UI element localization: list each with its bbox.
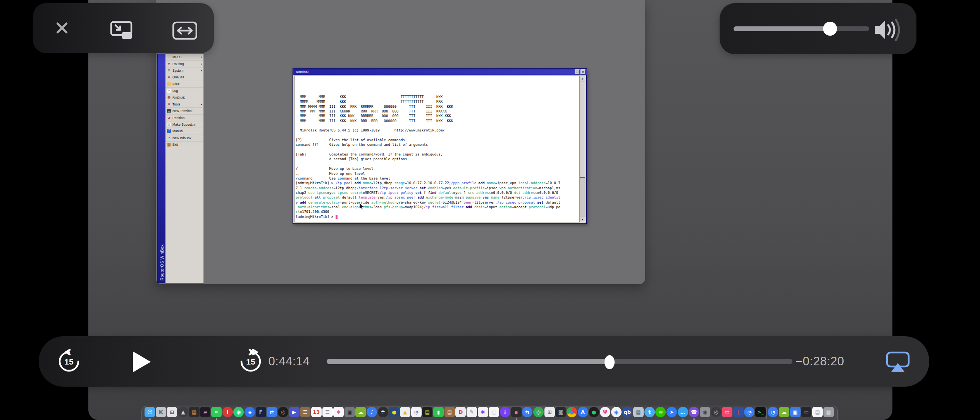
dock-icon-app-store[interactable]: A bbox=[578, 407, 588, 417]
close-video-button[interactable] bbox=[53, 19, 71, 36]
dock-icon-keychain[interactable]: K bbox=[156, 407, 166, 417]
dock-icon-cloud-green-2[interactable]: ☁ bbox=[779, 407, 789, 417]
dock-icon-terminal-app[interactable]: >_ bbox=[755, 407, 766, 417]
dock-icon-archive[interactable]: ▤ bbox=[444, 407, 455, 417]
dock-icon-safari[interactable]: ◉ bbox=[611, 407, 622, 417]
terminal-titlebar[interactable]: Terminal ❐ ✕ bbox=[293, 69, 587, 75]
dock-icon-printer[interactable]: ▣ bbox=[344, 407, 355, 417]
dock-icon-doc-thumb[interactable]: ▤ bbox=[812, 407, 823, 417]
dock-icon-reminders[interactable]: ☰ bbox=[322, 407, 333, 417]
sidebar-item-mpls[interactable]: ∕MPLS▸ bbox=[165, 54, 203, 60]
progress-thumb[interactable] bbox=[605, 355, 615, 369]
dock-icon-steering[interactable]: ◎ bbox=[711, 407, 721, 417]
sidebar-item-make-supout-rif[interactable]: ▤Make Supout.rif bbox=[165, 121, 203, 128]
sidebar-item-system[interactable]: ⚙System▸ bbox=[165, 67, 203, 74]
sidebar-item-files[interactable]: Files bbox=[165, 81, 203, 88]
sidebar-item-tools[interactable]: ✕Tools▸ bbox=[165, 101, 203, 108]
dock-icon-viber[interactable]: ☎ bbox=[689, 407, 699, 417]
dock-icon-photo-eagle[interactable]: ▦ bbox=[633, 407, 644, 417]
dock-icon-winbox[interactable]: ◔ bbox=[744, 407, 754, 417]
dock-icon-winbox-2[interactable]: ◔ bbox=[768, 407, 778, 417]
dock-icon-sync-arrows[interactable]: ⇆ bbox=[522, 407, 532, 417]
terminal-body[interactable]: MMM MMM KKK TTTTTTTTTTT KKK MMMM MMMM KK… bbox=[294, 76, 585, 222]
dock-icon-monitors[interactable]: ▣ bbox=[790, 407, 801, 417]
dock-icon-card-reader[interactable]: ⊞ bbox=[544, 407, 555, 417]
dock-icon-launchpad[interactable]: ▲ bbox=[178, 407, 188, 417]
mute-button[interactable] bbox=[874, 18, 907, 42]
dock-icon-image-viewer[interactable]: ▦ bbox=[189, 407, 200, 417]
dock-icon-video-call[interactable]: ◉ bbox=[233, 407, 244, 417]
dock-icon-audio-editor[interactable]: ≈ bbox=[211, 407, 222, 417]
dock-icon-flower-purple[interactable]: ✱ bbox=[478, 407, 488, 417]
sidebar-item-radius[interactable]: ☻RADIUS bbox=[165, 94, 203, 101]
dock-icon-notes-pen[interactable]: ✎ bbox=[467, 407, 477, 417]
dock-icon-parallels[interactable]: ‖ bbox=[733, 407, 744, 417]
dock-icon-audio-deck[interactable]: ◉ bbox=[700, 407, 710, 417]
terminal-line: MikroTik RouterOS 6.44.5 (c) 1999-2019 h… bbox=[296, 128, 579, 133]
dock-icon-camera-black[interactable]: ◙ bbox=[555, 407, 566, 417]
terminal-window[interactable]: Terminal ❐ ✕ MMM MMM KKK TTTTTTTTTTT KKK… bbox=[293, 68, 587, 224]
scrollbar-thumb[interactable] bbox=[580, 81, 585, 178]
dock-icon-downloads[interactable]: ↓ bbox=[500, 407, 510, 417]
airplay-button[interactable] bbox=[885, 350, 910, 374]
volume-thumb[interactable] bbox=[823, 22, 837, 36]
sidebar-item-new-terminal[interactable]: ▂New Terminal bbox=[165, 108, 203, 114]
sidebar-item-exit[interactable]: ▯Exit bbox=[165, 142, 203, 148]
dock-icon-finder[interactable]: ☺ bbox=[145, 407, 155, 417]
sidebar-item-partition-icon: ◕ bbox=[167, 116, 171, 120]
sidebar-item-routing[interactable]: ⇄Routing▸ bbox=[165, 60, 203, 67]
dock-icon-calendar[interactable]: 13 bbox=[311, 407, 322, 417]
scroll-down-button[interactable]: ▼ bbox=[580, 217, 585, 222]
dock-icon-twitter[interactable]: t bbox=[644, 407, 655, 417]
dock-icon-dark-disc[interactable]: ● bbox=[589, 407, 599, 417]
dock-icon-bot[interactable]: ◈ bbox=[245, 407, 255, 417]
dock-icon-alert-bell[interactable]: ! bbox=[222, 407, 233, 417]
dock-icon-window-thumb[interactable]: ▭ bbox=[801, 407, 811, 417]
dock-icon-photos[interactable]: ✱ bbox=[333, 407, 344, 417]
dock-icon-contacts[interactable]: ☰ bbox=[300, 407, 310, 417]
dock-icon-trash[interactable]: ▥ bbox=[823, 407, 834, 417]
dock-icon-flume[interactable]: F bbox=[256, 407, 266, 417]
aspect-ratio-button[interactable] bbox=[172, 21, 198, 40]
dock-icon-qbittorrent[interactable]: qb bbox=[622, 407, 632, 417]
dock-icon-blank-doc[interactable]: ▢ bbox=[489, 407, 499, 417]
dock-icon-green-panel[interactable]: ▮ bbox=[433, 407, 444, 417]
dock-icon-usb-tool[interactable]: Ψ bbox=[600, 407, 610, 417]
dock-icon-messenger[interactable]: ➤ bbox=[667, 407, 677, 417]
pip-button[interactable] bbox=[110, 20, 134, 40]
video-frame[interactable]: RouterOS WinBox ∕MPLS▸⇄Routing▸⚙System▸◉… bbox=[156, 0, 645, 284]
dock-icon-dvd-app[interactable]: D bbox=[455, 407, 466, 417]
dock-icon-chrome[interactable]: ● bbox=[567, 407, 577, 417]
skip-back-button[interactable]: 15 bbox=[57, 349, 81, 374]
dock-icon-music-cloud[interactable]: ♪ bbox=[367, 407, 377, 417]
dock-icon-photo-booth[interactable]: ▪ bbox=[511, 407, 522, 417]
dock-icon-pro-mixer[interactable]: ▤ bbox=[422, 407, 432, 417]
dock-icon-screenshot[interactable]: ⊡ bbox=[167, 407, 177, 417]
sidebar-item-queues[interactable]: ◉Queues bbox=[165, 74, 203, 81]
play-button[interactable] bbox=[133, 351, 151, 372]
dock-icon-play-app[interactable]: ▶ bbox=[289, 407, 300, 417]
dock-icon-wechat[interactable]: ✉ bbox=[655, 407, 666, 417]
dock-icon-final-cut[interactable]: ▰ bbox=[200, 407, 210, 417]
maximize-button[interactable]: ❐ bbox=[575, 69, 580, 74]
dock-icon-disc-green[interactable]: ◎ bbox=[533, 407, 544, 417]
dock-icon-photo-sync[interactable]: ⇄ bbox=[267, 407, 277, 417]
dock-icon-drive[interactable]: ▲ bbox=[400, 407, 410, 417]
sidebar-item-log[interactable]: ≡Log bbox=[165, 88, 203, 94]
terminal-scrollbar[interactable]: ▲ ▼ bbox=[579, 76, 585, 222]
sidebar-item-new-winbox[interactable]: ◔New WinBox bbox=[165, 135, 203, 142]
dock-icon-speaker-app[interactable]: ◎ bbox=[278, 407, 288, 417]
sidebar-item-manual[interactable]: ?Manual bbox=[165, 128, 203, 135]
dock-icon-chat-dots[interactable]: … bbox=[678, 407, 688, 417]
dock-icon-anydesk[interactable]: ▭ bbox=[722, 407, 732, 417]
dock-icon-umbrella[interactable]: ☂ bbox=[378, 407, 388, 417]
dock-icon-cloud-green[interactable]: ☁ bbox=[355, 407, 366, 417]
sidebar-item-label: RADIUS bbox=[172, 96, 185, 100]
volume-slider[interactable] bbox=[734, 26, 869, 31]
dock-icon-password-lock[interactable]: ● bbox=[389, 407, 399, 417]
dock-icon-compass-tool[interactable]: ◔ bbox=[411, 407, 422, 417]
scroll-up-button[interactable]: ▲ bbox=[580, 76, 585, 81]
close-button[interactable]: ✕ bbox=[580, 69, 586, 74]
sidebar-item-partition[interactable]: ◕Partition bbox=[165, 115, 203, 121]
progress-bar[interactable] bbox=[327, 359, 792, 364]
